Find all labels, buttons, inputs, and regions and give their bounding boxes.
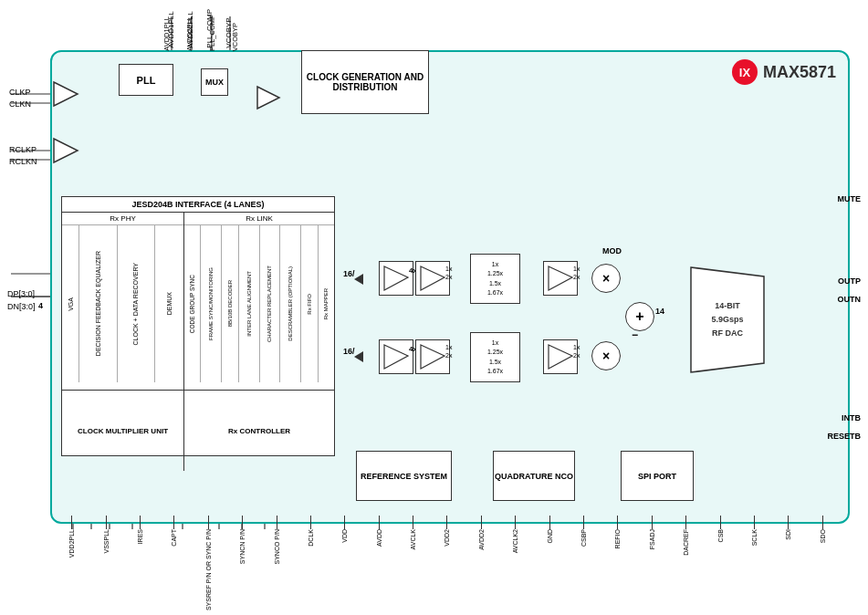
pll-comp-pin-label: PLL_COMP xyxy=(208,15,216,51)
demux-label: DEMUX xyxy=(166,292,173,315)
mute-label: MUTE xyxy=(838,194,862,203)
pin-vsspll: VSSPLL xyxy=(103,516,110,553)
pin-capt: CAPT xyxy=(171,516,177,547)
bottom-pins-container: VDD2PLL VSSPLL IRES CAPT SYSREF P/N OR S… xyxy=(55,516,840,610)
chip-name: MAX5871 xyxy=(763,63,836,82)
interp-final-bot: 1x2x xyxy=(543,339,578,374)
minus-label: − xyxy=(632,328,638,341)
pin-fsadj: FSADJ xyxy=(649,516,655,549)
pin-dacref: DACREF xyxy=(683,516,689,556)
dp-label: DP[3:0] xyxy=(7,288,36,301)
rx-link-title: Rx LINK xyxy=(184,213,334,225)
pin-vdd: VDD xyxy=(341,516,348,543)
svg-marker-73 xyxy=(354,351,363,362)
amp-buffer-svg xyxy=(256,85,283,112)
pin-vdd2pll: VDD2PLL xyxy=(68,516,75,558)
pin-vdd2: VDD2 xyxy=(444,516,450,547)
dac-shape-svg: 14-BIT 5.9Gsps RF DAC xyxy=(686,263,769,377)
pin-avclk: AVCLK xyxy=(410,516,416,549)
outp-label: OUTP xyxy=(838,276,861,286)
svg-text:RF DAC: RF DAC xyxy=(712,328,743,338)
pin-sdi: SDI xyxy=(785,516,791,540)
bus16-top-label: 16/ xyxy=(343,269,355,278)
dfe-label: DECISION FEEDBACK EQUALIZER xyxy=(95,251,101,356)
ref-sys-text: REFERENCE SYSTEM xyxy=(361,472,447,481)
clock-gen-block: CLOCK GENERATION AND DISTRIBUTION xyxy=(301,50,429,114)
logo-symbol: IX xyxy=(739,66,750,79)
mux-block: MUX xyxy=(201,68,228,96)
frame-sync-label: FRAME SYNC/MONITORING xyxy=(208,267,214,340)
pin-syncn: SYNCN P/N xyxy=(239,516,246,564)
interp-1x2x-top: 1x2x xyxy=(415,261,450,296)
bus-arrow-top xyxy=(354,274,365,285)
interp-final-top-label: 1x2x xyxy=(573,265,580,281)
pin-refio: REFIO xyxy=(614,516,621,548)
clkp-label: CLKP xyxy=(9,87,31,99)
clk-buffer-svg xyxy=(52,80,84,112)
pin-synco: SYNCO P/N xyxy=(274,516,280,565)
jesd-title: JESD204B INTERFACE (4 LANES) xyxy=(62,197,334,213)
clkn-label: CLKN xyxy=(9,99,31,110)
svg-marker-75 xyxy=(421,345,444,369)
diagram-wrapper: IX MAX5871 AVDD1PLL AVDD2PLL PLL_COMP VC… xyxy=(0,0,868,615)
svg-marker-76 xyxy=(549,345,572,369)
interp-large-top: 1x1.25x1.5x1.67x xyxy=(470,254,520,304)
interp-1x2x-bot-label: 1x2x xyxy=(445,343,452,360)
interp-large-bot: 1x1.25x1.5x1.67x xyxy=(470,332,520,382)
pin-sysref-pn: SYSREF P/N OR SYNC P/N xyxy=(205,516,212,610)
svg-text:5.9Gsps: 5.9Gsps xyxy=(711,315,743,324)
interp-1x2x-top-label: 1x2x xyxy=(445,265,452,281)
pin-sdo: SDO xyxy=(820,516,826,543)
descrambler-label: DESCRAMBLER (OPTIONAL) xyxy=(288,266,293,341)
svg-marker-70 xyxy=(384,266,408,290)
rx-mapper-label: Rx MAPPER xyxy=(323,288,329,319)
svg-marker-68 xyxy=(257,87,279,109)
pin-ires: IRES xyxy=(137,516,143,544)
pin-avdd: AVDD xyxy=(376,516,382,547)
adder-circle: + xyxy=(625,302,654,331)
interp-final-top: 1x2x xyxy=(543,261,578,296)
interp-4x-bot: 4x xyxy=(379,339,413,374)
rclkn-label: RCLKN xyxy=(9,156,37,168)
pin-avdd2: AVDD2 xyxy=(478,516,485,550)
pin-gnd: GND xyxy=(547,516,553,544)
char-replace-label: CHARACTER REPLACEMENT xyxy=(267,266,272,342)
rclk-buffer-svg xyxy=(52,137,84,169)
bus16-bot-label: 16/ xyxy=(343,347,355,356)
top-pin-group: AVDD1PLL AVDD2PLL PLL_COMP VCOBYP xyxy=(162,7,239,51)
mult-bot: × xyxy=(591,341,621,370)
jesd-block: JESD204B INTERFACE (4 LANES) Rx PHY VGA … xyxy=(61,196,335,456)
data-width-label: 4 xyxy=(38,301,43,310)
pin-csb: CSB xyxy=(717,516,724,542)
pin-dclk: DCLK xyxy=(308,516,314,547)
bus14-label: 14 xyxy=(655,307,664,316)
mult-top: × xyxy=(591,264,621,293)
quad-nco-text: QUADRATURE NCO xyxy=(495,472,573,481)
dp-dn-labels: DP[3:0] DN[3:0] xyxy=(7,288,36,313)
cmu-label: CLOCK MULTIPLIER UNIT xyxy=(78,427,168,435)
resetb-label: RESETB xyxy=(827,432,861,441)
svg-marker-67 xyxy=(54,139,78,162)
pin-csbp: CSBP xyxy=(580,516,587,547)
interp-large-top-label: 1x1.25x1.5x1.67x xyxy=(487,260,503,298)
pin-avclk2: AVCLK2 xyxy=(512,516,518,553)
inter-lane-label: INTER LANE ALIGNMENT xyxy=(246,271,252,337)
interp-final-bot-label: 1x2x xyxy=(573,343,580,360)
svg-marker-66 xyxy=(54,82,78,106)
interp-1x2x-bot: 1x2x xyxy=(415,339,450,374)
vga-label: VGA xyxy=(68,297,74,311)
mod-label: MOD xyxy=(602,246,622,255)
pll-block: PLL xyxy=(119,64,173,96)
avdd2pll-pin-label: AVDD2PLL xyxy=(185,16,193,51)
svg-text:14-BIT: 14-BIT xyxy=(715,301,740,310)
intb-label: INTB xyxy=(842,413,861,422)
svg-marker-69 xyxy=(354,274,363,285)
reference-system-block: REFERENCE SYSTEM xyxy=(356,451,452,501)
rx-phy-title: Rx PHY xyxy=(62,213,183,225)
maxim-logo-icon: IX xyxy=(732,59,758,85)
vcobyp-pin-label: VCOBYP xyxy=(231,23,239,51)
svg-marker-74 xyxy=(384,345,408,369)
pin-sclk: SCLK xyxy=(751,516,758,546)
interp-4x-top: 4x xyxy=(379,261,413,296)
quad-nco-block: QUADRATURE NCO xyxy=(493,451,575,501)
